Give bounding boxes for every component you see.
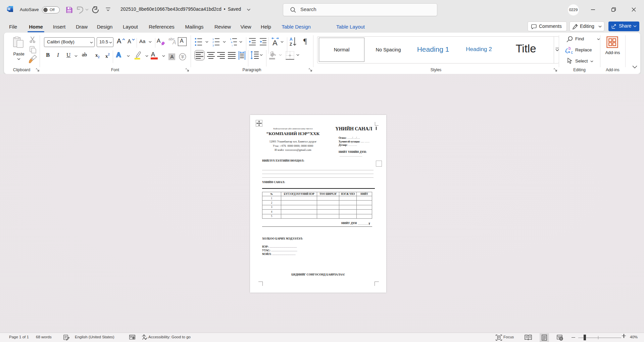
svg-text:W: W bbox=[7, 7, 11, 11]
svg-text:c: c bbox=[571, 50, 573, 54]
svg-text:A: A bbox=[273, 39, 278, 46]
svg-text:1: 1 bbox=[212, 38, 214, 41]
svg-text:A: A bbox=[290, 37, 293, 42]
svg-text:1: 1 bbox=[230, 38, 231, 41]
svg-text:字: 字 bbox=[181, 55, 185, 59]
svg-text:2: 2 bbox=[212, 41, 214, 44]
svg-text:3: 3 bbox=[212, 44, 214, 47]
svg-text:b: b bbox=[568, 47, 571, 51]
svg-text:a: a bbox=[231, 41, 233, 44]
svg-text:Z: Z bbox=[290, 42, 292, 46]
svg-text:i: i bbox=[232, 44, 233, 47]
